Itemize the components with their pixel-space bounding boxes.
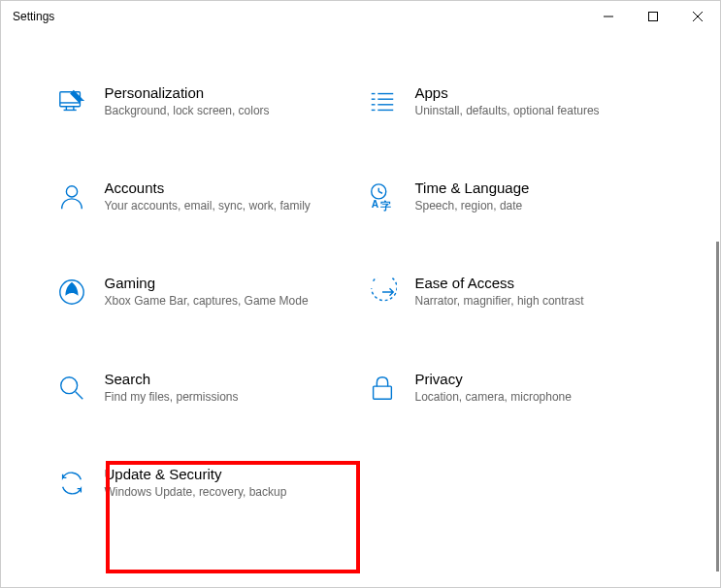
svg-text:字: 字 [380, 200, 391, 212]
scrollbar[interactable] [716, 242, 719, 572]
item-title: Personalization [105, 84, 311, 101]
privacy-icon [367, 373, 398, 404]
settings-grid: Personalization Background, lock screen,… [50, 81, 672, 504]
item-title: Gaming [105, 275, 311, 291]
item-desc: Speech, region, date [415, 198, 622, 213]
settings-item-search[interactable]: Search Find my files, permissions [50, 367, 317, 408]
item-text: Update & Security Windows Update, recove… [105, 466, 311, 500]
settings-item-accounts[interactable]: Accounts Your accounts, email, sync, wor… [50, 176, 317, 217]
update-security-icon [56, 468, 87, 499]
svg-text:A: A [371, 199, 378, 210]
search-icon [56, 373, 87, 404]
settings-item-time-language[interactable]: A字 Time & Language Speech, region, date [361, 176, 628, 217]
item-desc: Uninstall, defaults, optional features [415, 103, 622, 118]
minimize-button[interactable] [586, 1, 631, 32]
ease-of-access-icon [367, 277, 398, 308]
item-desc: Find my files, permissions [105, 389, 311, 405]
item-text: Time & Language Speech, region, date [415, 180, 622, 213]
item-title: Accounts [105, 180, 311, 196]
svg-point-17 [66, 186, 77, 197]
item-title: Privacy [415, 371, 622, 387]
window-titlebar: Settings [1, 1, 720, 32]
item-desc: Narrator, magnifier, high contrast [415, 293, 622, 309]
item-text: Ease of Access Narrator, magnifier, high… [415, 275, 622, 309]
close-button[interactable] [675, 1, 720, 32]
item-text: Apps Uninstall, defaults, optional featu… [415, 84, 622, 118]
maximize-button[interactable] [631, 1, 675, 32]
svg-line-25 [75, 391, 82, 399]
settings-item-privacy[interactable]: Privacy Location, camera, microphone [361, 367, 628, 408]
svg-point-24 [60, 376, 77, 393]
item-text: Search Find my files, permissions [105, 371, 311, 405]
item-title: Search [105, 371, 311, 387]
item-text: Privacy Location, camera, microphone [415, 371, 622, 405]
settings-item-update-security[interactable]: Update & Security Windows Update, recove… [50, 462, 317, 504]
item-title: Time & Language [415, 180, 622, 196]
svg-rect-1 [649, 13, 658, 21]
item-desc: Windows Update, recovery, backup [105, 484, 311, 500]
settings-item-personalization[interactable]: Personalization Background, lock screen,… [50, 81, 317, 122]
gaming-icon [56, 277, 87, 308]
accounts-icon [56, 181, 87, 212]
settings-content: Personalization Background, lock screen,… [1, 32, 720, 587]
apps-icon [367, 86, 398, 117]
settings-item-ease-of-access[interactable]: Ease of Access Narrator, magnifier, high… [361, 271, 628, 312]
item-title: Update & Security [105, 466, 311, 482]
item-desc: Xbox Game Bar, captures, Game Mode [105, 293, 311, 309]
window-title: Settings [13, 10, 54, 23]
item-title: Ease of Access [415, 275, 622, 291]
item-text: Gaming Xbox Game Bar, captures, Game Mod… [105, 275, 311, 309]
window-controls [586, 1, 720, 32]
settings-item-apps[interactable]: Apps Uninstall, defaults, optional featu… [361, 81, 628, 122]
item-text: Personalization Background, lock screen,… [105, 84, 311, 118]
item-desc: Location, camera, microphone [415, 389, 622, 405]
settings-item-gaming[interactable]: Gaming Xbox Game Bar, captures, Game Mod… [50, 271, 317, 312]
time-language-icon: A字 [367, 181, 398, 212]
personalization-icon [56, 86, 87, 117]
item-desc: Your accounts, email, sync, work, family [105, 198, 311, 213]
item-title: Apps [415, 84, 622, 101]
item-text: Accounts Your accounts, email, sync, wor… [105, 180, 311, 213]
svg-line-20 [378, 192, 382, 194]
item-desc: Background, lock screen, colors [105, 103, 311, 118]
svg-rect-26 [373, 386, 391, 399]
